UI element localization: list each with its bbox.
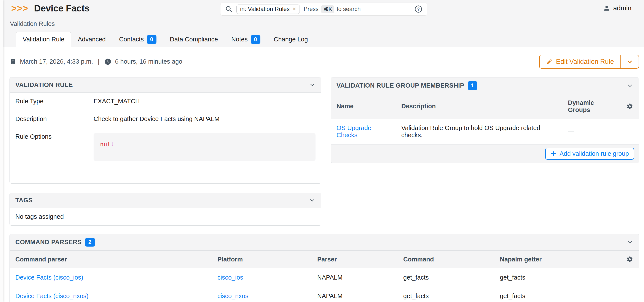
table-row: Device Facts (cisco_ios) cisco_ios NAPAL… — [10, 268, 639, 287]
group-membership-table: Name Description Dynamic Groups OS Upgra… — [331, 94, 639, 144]
command-value: get_facts — [398, 287, 494, 302]
table-config-header[interactable] — [621, 94, 639, 119]
tab-data-compliance[interactable]: Data Compliance — [163, 32, 224, 47]
page-title: Device Facts — [34, 3, 90, 13]
breadcrumb[interactable]: Validation Rules — [10, 20, 644, 27]
command-parser-link[interactable]: Device Facts (cisco_nxos) — [15, 293, 88, 300]
tab-contacts-badge: 0 — [147, 35, 156, 44]
column-header-platform: Platform — [212, 251, 312, 268]
search-chip-label: in: Validation Rules — [240, 6, 290, 12]
user-menu[interactable]: admin — [603, 4, 632, 12]
plus-icon — [550, 151, 556, 156]
table-row: OS Upgrade Checks Validation Rule Group … — [331, 119, 639, 144]
field-label: Description — [15, 115, 94, 123]
panel-title: VALIDATION RULE — [15, 81, 73, 88]
search-icon — [225, 5, 232, 13]
top-header: >>> Device Facts in: Validation Rules × … — [0, 0, 644, 47]
tab-label: Advanced — [78, 36, 106, 43]
collapse-chevron-icon[interactable] — [627, 82, 633, 89]
group-link[interactable]: OS Upgrade Checks — [336, 125, 371, 139]
press-label: Press — [304, 6, 318, 12]
rule-type-row: Rule Type EXACT_MATCH — [10, 93, 321, 110]
column-header-napalm-getter: Napalm getter — [494, 251, 621, 268]
tab-validation-rule[interactable]: Validation Rule — [16, 32, 71, 47]
svg-text:?: ? — [417, 7, 420, 11]
tab-label: Validation Rule — [23, 36, 64, 43]
panel-title: COMMAND PARSERS — [15, 239, 82, 246]
tab-label: Contacts — [119, 36, 144, 43]
group-membership-panel: VALIDATION RULE GROUP MEMBERSHIP 1 Name … — [331, 77, 639, 163]
parser-value: NAPALM — [312, 287, 398, 302]
command-parser-link[interactable]: Device Facts (cisco_ios) — [15, 274, 83, 281]
username: admin — [613, 4, 632, 12]
tab-contacts[interactable]: Contacts 0 — [112, 32, 163, 47]
description-value: Check to gather Device Facts using NAPAL… — [94, 115, 220, 123]
command-parsers-panel: COMMAND PARSERS 2 Command parser Platfor… — [10, 234, 639, 302]
add-button-label: Add validation rule group — [560, 150, 629, 157]
table-config-header[interactable] — [621, 251, 639, 268]
collapse-chevron-icon[interactable] — [627, 239, 633, 246]
column-header-command: Command — [398, 251, 494, 268]
table-row: Device Facts (cisco_nxos) cisco_nxos NAP… — [10, 287, 639, 302]
chevron-down-icon — [626, 58, 634, 65]
created-icon — [10, 58, 16, 65]
panel-title: VALIDATION RULE GROUP MEMBERSHIP — [336, 82, 464, 89]
rule-options-code: null — [94, 133, 316, 161]
shortcut-kbd: ⌘K — [321, 5, 334, 13]
pencil-icon — [546, 58, 552, 65]
to-search-label: to search — [337, 6, 361, 12]
command-value: get_facts — [398, 268, 494, 287]
tab-label: Data Compliance — [170, 36, 218, 43]
command-parsers-count-badge: 2 — [85, 238, 95, 247]
dynamic-groups-value: — — [562, 119, 621, 144]
edit-button-group: Edit Validation Rule — [539, 55, 639, 69]
search-placeholder: Press ⌘K to search — [304, 5, 361, 13]
group-membership-count-badge: 1 — [468, 81, 478, 90]
collapse-chevron-icon[interactable] — [309, 82, 316, 88]
platform-link[interactable]: cisco_nxos — [218, 293, 248, 300]
column-header-dynamic-groups: Dynamic Groups — [562, 94, 621, 119]
column-header-description: Description — [396, 94, 562, 119]
validation-rule-panel: VALIDATION RULE Rule Type EXACT_MATCH De… — [10, 77, 321, 184]
tab-notes[interactable]: Notes 0 — [224, 32, 267, 47]
edit-button-label: Edit Validation Rule — [556, 58, 614, 66]
command-parsers-table: Command parser Platform Parser Command N… — [10, 251, 639, 302]
parser-value: NAPALM — [312, 268, 398, 287]
platform-link[interactable]: cisco_ios — [218, 274, 243, 281]
column-header-parser: Parser — [312, 251, 398, 268]
field-label: Rule Type — [15, 98, 94, 105]
rule-options-row: Rule Options null — [10, 128, 321, 183]
updated-icon — [104, 58, 112, 65]
tags-panel: TAGS No tags assigned — [10, 193, 321, 226]
column-header-command-parser: Command parser — [10, 251, 212, 268]
napalm-getter-value: get_facts — [494, 287, 621, 302]
last-updated: 6 hours, 16 minutes ago — [115, 58, 182, 65]
napalm-getter-value: get_facts — [494, 268, 621, 287]
meta-separator: | — [98, 58, 100, 65]
object-timestamps: March 17, 2026, 4:33 p.m. | 6 hours, 16 … — [10, 58, 182, 65]
rule-type-value: EXACT_MATCH — [94, 98, 140, 105]
help-icon[interactable]: ? — [414, 5, 422, 13]
chip-close-icon[interactable]: × — [292, 6, 296, 12]
global-search[interactable]: in: Validation Rules × Press ⌘K to searc… — [220, 2, 427, 15]
search-filter-chip[interactable]: in: Validation Rules × — [236, 4, 300, 14]
tab-notes-badge: 0 — [251, 35, 260, 44]
add-validation-rule-group-button[interactable]: Add validation rule group — [545, 148, 634, 160]
tab-advanced[interactable]: Advanced — [71, 32, 112, 47]
tab-label: Change Log — [274, 36, 308, 43]
nautobot-logo-icon: >>> — [11, 4, 28, 13]
column-header-name: Name — [331, 94, 396, 119]
edit-validation-rule-button[interactable]: Edit Validation Rule — [540, 55, 620, 68]
edit-dropdown-toggle[interactable] — [620, 55, 638, 68]
tab-label: Notes — [231, 36, 248, 43]
panel-title: TAGS — [15, 197, 33, 204]
collapse-chevron-icon[interactable] — [309, 197, 316, 203]
tab-change-log[interactable]: Change Log — [267, 32, 315, 47]
tab-bar: Validation Rule Advanced Contacts 0 Data… — [10, 32, 644, 47]
group-description: Validation Rule Group to hold OS Upgrade… — [396, 119, 562, 144]
collapsed-sidebar[interactable] — [0, 0, 3, 302]
user-icon — [603, 4, 610, 12]
created-date: March 17, 2026, 4:33 p.m. — [20, 58, 93, 65]
description-row: Description Check to gather Device Facts… — [10, 110, 321, 128]
field-label: Rule Options — [15, 133, 94, 140]
